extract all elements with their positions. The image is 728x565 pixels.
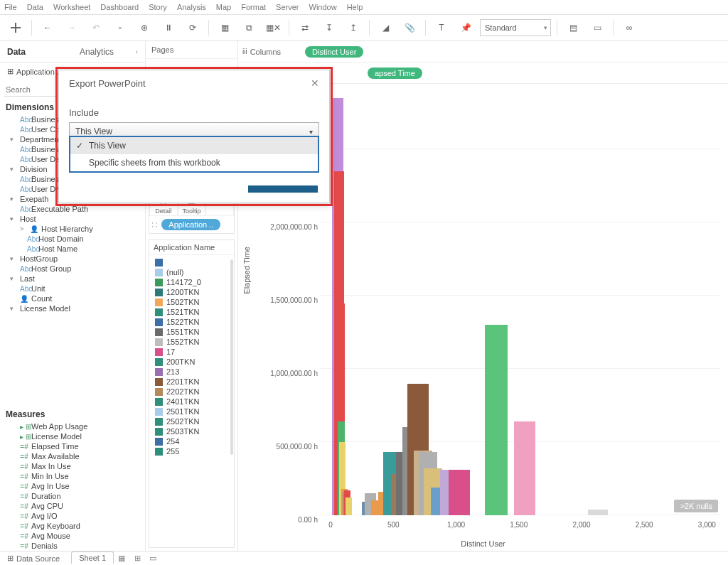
measure-duration[interactable]: =#Duration	[0, 491, 145, 501]
export-button[interactable]	[248, 185, 318, 193]
forward-icon[interactable]: →	[62, 18, 82, 38]
legend-item[interactable]: 1502TKN	[151, 297, 232, 307]
save-icon[interactable]: ▫	[110, 18, 130, 38]
legend-item[interactable]: 2503TKN	[151, 426, 232, 436]
duplicate-icon[interactable]: ⧉	[239, 18, 259, 38]
dim-host-hierarchy[interactable]: >👤Host Hierarchy	[0, 224, 145, 234]
labels-icon[interactable]: T	[432, 18, 451, 38]
measure-web-app-usage[interactable]: ▸ ⊞Web App Usage	[0, 421, 145, 431]
menu-analysis[interactable]: Analysis	[177, 3, 206, 11]
new-worksheet-icon[interactable]: ▦	[215, 18, 235, 38]
new-datasource-icon[interactable]: ⊕	[134, 18, 154, 38]
measure-avg-keyboard[interactable]: =#Avg Keyboard	[0, 521, 145, 531]
clear-icon[interactable]: ▦✕	[263, 18, 283, 38]
legend-item[interactable]: 2401TKN	[151, 397, 232, 407]
close-icon[interactable]: ✕	[311, 77, 319, 89]
measure-avg-cpu[interactable]: =#Avg CPU	[0, 501, 145, 511]
dim-host-domain[interactable]: AbcHost Domain	[0, 234, 145, 244]
legend-item[interactable]: 1200TKN	[151, 287, 232, 297]
legend-item[interactable]: 2502TKN	[151, 416, 232, 426]
menu-file[interactable]: File	[4, 3, 17, 11]
dim-hostgroup[interactable]: ▾HostGroup	[0, 254, 145, 264]
undo-icon[interactable]: ↶	[86, 18, 106, 38]
measure-avg-in-use[interactable]: =#Avg In Use	[0, 481, 145, 491]
tableau-logo-icon[interactable]	[6, 18, 26, 38]
menu-worksheet[interactable]: Worksheet	[53, 3, 90, 11]
rows-pill[interactable]: apsed Time	[368, 68, 422, 79]
presentation-icon[interactable]: ▭	[587, 18, 607, 38]
toolbar: ← → ↶ ▫ ⊕ ⏸ ⟳ ▦ ⧉ ▦✕ ⇄ ↧ ↥ ◢ 📎 T 📌 Stand…	[0, 14, 728, 41]
legend-item[interactable]: 114172_0	[151, 277, 232, 287]
measure-avg-i/o[interactable]: =#Avg I/O	[0, 511, 145, 521]
bar[interactable]	[485, 325, 508, 515]
legend-item[interactable]: 200TKN	[151, 357, 232, 367]
nulls-indicator[interactable]: >2K nulls	[674, 500, 718, 512]
measure-avg-mouse[interactable]: =#Avg Mouse	[0, 531, 145, 541]
dropdown-option-specific-sheets[interactable]: Specific sheets from this workbook	[70, 154, 318, 171]
menu-data[interactable]: Data	[27, 3, 43, 11]
legend-item[interactable]	[151, 258, 232, 267]
back-icon[interactable]: ←	[38, 18, 58, 38]
measure-min-in-use[interactable]: =#Min In Use	[0, 471, 145, 481]
legend-item[interactable]: 1551TKN	[151, 327, 232, 337]
dim-unit[interactable]: AbcUnit	[0, 284, 145, 294]
group-icon[interactable]: 📎	[400, 18, 419, 38]
dim-host-name[interactable]: AbcHost Name	[0, 244, 145, 254]
menu-help[interactable]: Help	[347, 3, 363, 11]
legend-item[interactable]: 254	[151, 436, 232, 446]
menu-dashboard[interactable]: Dashboard	[100, 3, 139, 11]
legend-item[interactable]: 1521TKN	[151, 307, 232, 317]
bar[interactable]	[588, 510, 608, 515]
legend-item[interactable]: 213	[151, 367, 232, 377]
pause-icon[interactable]: ⏸	[159, 18, 178, 38]
legend-item[interactable]: (null)	[151, 267, 232, 277]
sort-asc-icon[interactable]: ↧	[319, 18, 339, 38]
marks-pill-application[interactable]: Application ..	[161, 219, 220, 230]
pages-shelf[interactable]: Pages	[146, 41, 237, 59]
dim-license-model[interactable]: ▾License Model	[0, 303, 145, 313]
new-story-tab-icon[interactable]: ▭	[145, 554, 161, 563]
measure-elapsed-time[interactable]: =#Elapsed Time	[0, 441, 145, 451]
analytics-tab[interactable]: Analytics‹	[73, 41, 145, 62]
bar[interactable]	[514, 421, 535, 515]
menu-story[interactable]: Story	[149, 3, 167, 11]
legend-item[interactable]: 2201TKN	[151, 377, 232, 387]
showme-icon[interactable]: ▤	[563, 18, 583, 38]
dim-executable-path[interactable]: AbcExecutable Path	[0, 204, 145, 214]
legend-item[interactable]: 1522TKN	[151, 317, 232, 327]
highlight-icon[interactable]: ◢	[375, 18, 395, 38]
dim-host-group[interactable]: AbcHost Group	[0, 264, 145, 274]
measure-max-in-use[interactable]: =#Max In Use	[0, 461, 145, 471]
dropdown-option-this-view[interactable]: This View	[70, 137, 318, 154]
refresh-icon[interactable]: ⟳	[183, 18, 203, 38]
data-tab[interactable]: Data	[0, 41, 73, 62]
measure-denials[interactable]: =#Denials	[0, 541, 145, 551]
menu-server[interactable]: Server	[276, 3, 299, 11]
share-icon[interactable]: ∞	[619, 18, 639, 38]
menu-map[interactable]: Map	[216, 3, 231, 11]
legend-item[interactable]: 2202TKN	[151, 387, 232, 397]
bar[interactable]	[346, 497, 352, 515]
columns-pill[interactable]: Distinct User	[305, 46, 363, 58]
legend-item[interactable]: 1552TKN	[151, 337, 232, 347]
datasource-tab[interactable]: ⊞ Data Source	[0, 554, 67, 563]
dim-count[interactable]: 👤Count	[0, 294, 145, 303]
dim-host[interactable]: ▾Host	[0, 214, 145, 224]
measure-max-available[interactable]: =#Max Available	[0, 451, 145, 461]
menu-window[interactable]: Window	[309, 3, 337, 11]
sheet-tab[interactable]: Sheet 1	[71, 551, 114, 564]
dim-last[interactable]: ▾Last	[0, 274, 145, 284]
legend-item[interactable]: 2501TKN	[151, 407, 232, 416]
menu-format[interactable]: Format	[241, 3, 266, 11]
new-dashboard-tab-icon[interactable]: ⊞	[129, 554, 145, 563]
measure-license-model[interactable]: ▸ ⊞License Model	[0, 431, 145, 441]
pin-icon[interactable]: 📌	[456, 18, 476, 38]
sort-desc-icon[interactable]: ↥	[343, 18, 363, 38]
legend-item[interactable]: 17	[151, 347, 232, 357]
fit-select[interactable]: Standard	[480, 19, 551, 36]
bar[interactable]	[449, 470, 470, 515]
new-worksheet-tab-icon[interactable]: ▦	[114, 554, 129, 563]
columns-shelf-label: iiiColumns	[242, 48, 299, 56]
legend-item[interactable]: 255	[151, 446, 232, 456]
swap-icon[interactable]: ⇄	[295, 18, 315, 38]
